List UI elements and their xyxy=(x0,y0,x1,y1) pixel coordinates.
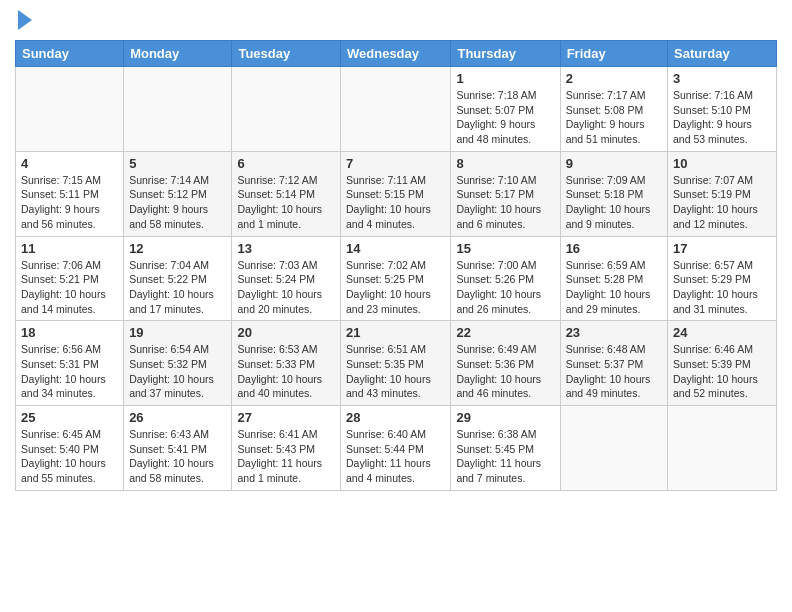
calendar-cell xyxy=(668,406,777,491)
day-info: Sunrise: 7:11 AM Sunset: 5:15 PM Dayligh… xyxy=(346,173,445,232)
day-info: Sunrise: 7:03 AM Sunset: 5:24 PM Dayligh… xyxy=(237,258,335,317)
logo-arrow-icon xyxy=(18,10,32,30)
day-number: 28 xyxy=(346,410,445,425)
calendar-cell: 9Sunrise: 7:09 AM Sunset: 5:18 PM Daylig… xyxy=(560,151,667,236)
day-number: 12 xyxy=(129,241,226,256)
day-info: Sunrise: 6:49 AM Sunset: 5:36 PM Dayligh… xyxy=(456,342,554,401)
logo xyxy=(15,10,32,32)
day-number: 2 xyxy=(566,71,662,86)
calendar-cell: 24Sunrise: 6:46 AM Sunset: 5:39 PM Dayli… xyxy=(668,321,777,406)
day-info: Sunrise: 7:00 AM Sunset: 5:26 PM Dayligh… xyxy=(456,258,554,317)
calendar-cell: 17Sunrise: 6:57 AM Sunset: 5:29 PM Dayli… xyxy=(668,236,777,321)
day-info: Sunrise: 6:43 AM Sunset: 5:41 PM Dayligh… xyxy=(129,427,226,486)
day-number: 16 xyxy=(566,241,662,256)
day-number: 18 xyxy=(21,325,118,340)
day-number: 7 xyxy=(346,156,445,171)
calendar-cell xyxy=(232,67,341,152)
calendar-cell: 27Sunrise: 6:41 AM Sunset: 5:43 PM Dayli… xyxy=(232,406,341,491)
day-info: Sunrise: 6:56 AM Sunset: 5:31 PM Dayligh… xyxy=(21,342,118,401)
calendar-cell: 25Sunrise: 6:45 AM Sunset: 5:40 PM Dayli… xyxy=(16,406,124,491)
calendar-cell: 15Sunrise: 7:00 AM Sunset: 5:26 PM Dayli… xyxy=(451,236,560,321)
day-number: 24 xyxy=(673,325,771,340)
calendar-cell xyxy=(16,67,124,152)
day-number: 4 xyxy=(21,156,118,171)
day-number: 10 xyxy=(673,156,771,171)
day-info: Sunrise: 7:09 AM Sunset: 5:18 PM Dayligh… xyxy=(566,173,662,232)
calendar-cell: 11Sunrise: 7:06 AM Sunset: 5:21 PM Dayli… xyxy=(16,236,124,321)
day-info: Sunrise: 7:16 AM Sunset: 5:10 PM Dayligh… xyxy=(673,88,771,147)
calendar-cell: 29Sunrise: 6:38 AM Sunset: 5:45 PM Dayli… xyxy=(451,406,560,491)
calendar-cell: 6Sunrise: 7:12 AM Sunset: 5:14 PM Daylig… xyxy=(232,151,341,236)
day-number: 20 xyxy=(237,325,335,340)
calendar-body: 1Sunrise: 7:18 AM Sunset: 5:07 PM Daylig… xyxy=(16,67,777,491)
weekday-header: Tuesday xyxy=(232,41,341,67)
calendar-cell: 18Sunrise: 6:56 AM Sunset: 5:31 PM Dayli… xyxy=(16,321,124,406)
calendar-cell: 8Sunrise: 7:10 AM Sunset: 5:17 PM Daylig… xyxy=(451,151,560,236)
calendar-cell: 4Sunrise: 7:15 AM Sunset: 5:11 PM Daylig… xyxy=(16,151,124,236)
day-info: Sunrise: 6:38 AM Sunset: 5:45 PM Dayligh… xyxy=(456,427,554,486)
weekday-header: Sunday xyxy=(16,41,124,67)
calendar-cell: 26Sunrise: 6:43 AM Sunset: 5:41 PM Dayli… xyxy=(124,406,232,491)
calendar-cell: 3Sunrise: 7:16 AM Sunset: 5:10 PM Daylig… xyxy=(668,67,777,152)
day-info: Sunrise: 7:02 AM Sunset: 5:25 PM Dayligh… xyxy=(346,258,445,317)
calendar-cell xyxy=(124,67,232,152)
calendar-cell: 16Sunrise: 6:59 AM Sunset: 5:28 PM Dayli… xyxy=(560,236,667,321)
day-number: 5 xyxy=(129,156,226,171)
day-info: Sunrise: 6:48 AM Sunset: 5:37 PM Dayligh… xyxy=(566,342,662,401)
calendar-cell: 23Sunrise: 6:48 AM Sunset: 5:37 PM Dayli… xyxy=(560,321,667,406)
day-info: Sunrise: 7:04 AM Sunset: 5:22 PM Dayligh… xyxy=(129,258,226,317)
day-info: Sunrise: 6:59 AM Sunset: 5:28 PM Dayligh… xyxy=(566,258,662,317)
day-number: 15 xyxy=(456,241,554,256)
day-number: 29 xyxy=(456,410,554,425)
calendar-cell: 19Sunrise: 6:54 AM Sunset: 5:32 PM Dayli… xyxy=(124,321,232,406)
day-info: Sunrise: 7:12 AM Sunset: 5:14 PM Dayligh… xyxy=(237,173,335,232)
calendar-cell: 14Sunrise: 7:02 AM Sunset: 5:25 PM Dayli… xyxy=(341,236,451,321)
calendar-cell: 12Sunrise: 7:04 AM Sunset: 5:22 PM Dayli… xyxy=(124,236,232,321)
day-info: Sunrise: 6:45 AM Sunset: 5:40 PM Dayligh… xyxy=(21,427,118,486)
calendar-cell: 21Sunrise: 6:51 AM Sunset: 5:35 PM Dayli… xyxy=(341,321,451,406)
day-info: Sunrise: 6:57 AM Sunset: 5:29 PM Dayligh… xyxy=(673,258,771,317)
day-number: 14 xyxy=(346,241,445,256)
day-number: 17 xyxy=(673,241,771,256)
calendar-cell: 5Sunrise: 7:14 AM Sunset: 5:12 PM Daylig… xyxy=(124,151,232,236)
day-number: 25 xyxy=(21,410,118,425)
day-number: 9 xyxy=(566,156,662,171)
day-info: Sunrise: 7:06 AM Sunset: 5:21 PM Dayligh… xyxy=(21,258,118,317)
day-info: Sunrise: 7:07 AM Sunset: 5:19 PM Dayligh… xyxy=(673,173,771,232)
calendar-cell xyxy=(341,67,451,152)
weekday-header: Monday xyxy=(124,41,232,67)
calendar-cell: 10Sunrise: 7:07 AM Sunset: 5:19 PM Dayli… xyxy=(668,151,777,236)
day-number: 27 xyxy=(237,410,335,425)
calendar-cell: 13Sunrise: 7:03 AM Sunset: 5:24 PM Dayli… xyxy=(232,236,341,321)
day-info: Sunrise: 6:41 AM Sunset: 5:43 PM Dayligh… xyxy=(237,427,335,486)
calendar-cell: 20Sunrise: 6:53 AM Sunset: 5:33 PM Dayli… xyxy=(232,321,341,406)
day-info: Sunrise: 6:40 AM Sunset: 5:44 PM Dayligh… xyxy=(346,427,445,486)
weekday-header: Wednesday xyxy=(341,41,451,67)
day-number: 3 xyxy=(673,71,771,86)
calendar-cell: 22Sunrise: 6:49 AM Sunset: 5:36 PM Dayli… xyxy=(451,321,560,406)
calendar-cell: 7Sunrise: 7:11 AM Sunset: 5:15 PM Daylig… xyxy=(341,151,451,236)
day-info: Sunrise: 6:53 AM Sunset: 5:33 PM Dayligh… xyxy=(237,342,335,401)
day-info: Sunrise: 7:10 AM Sunset: 5:17 PM Dayligh… xyxy=(456,173,554,232)
weekday-header: Friday xyxy=(560,41,667,67)
calendar-cell: 1Sunrise: 7:18 AM Sunset: 5:07 PM Daylig… xyxy=(451,67,560,152)
day-number: 19 xyxy=(129,325,226,340)
page-header xyxy=(15,10,777,32)
day-number: 26 xyxy=(129,410,226,425)
weekday-header: Thursday xyxy=(451,41,560,67)
day-info: Sunrise: 7:18 AM Sunset: 5:07 PM Dayligh… xyxy=(456,88,554,147)
calendar-cell: 2Sunrise: 7:17 AM Sunset: 5:08 PM Daylig… xyxy=(560,67,667,152)
calendar-week-row: 25Sunrise: 6:45 AM Sunset: 5:40 PM Dayli… xyxy=(16,406,777,491)
calendar-week-row: 11Sunrise: 7:06 AM Sunset: 5:21 PM Dayli… xyxy=(16,236,777,321)
day-info: Sunrise: 7:15 AM Sunset: 5:11 PM Dayligh… xyxy=(21,173,118,232)
day-number: 6 xyxy=(237,156,335,171)
day-number: 1 xyxy=(456,71,554,86)
calendar-cell: 28Sunrise: 6:40 AM Sunset: 5:44 PM Dayli… xyxy=(341,406,451,491)
day-number: 21 xyxy=(346,325,445,340)
calendar-week-row: 18Sunrise: 6:56 AM Sunset: 5:31 PM Dayli… xyxy=(16,321,777,406)
day-number: 11 xyxy=(21,241,118,256)
calendar-cell xyxy=(560,406,667,491)
day-number: 23 xyxy=(566,325,662,340)
calendar-header-row: SundayMondayTuesdayWednesdayThursdayFrid… xyxy=(16,41,777,67)
calendar-week-row: 4Sunrise: 7:15 AM Sunset: 5:11 PM Daylig… xyxy=(16,151,777,236)
